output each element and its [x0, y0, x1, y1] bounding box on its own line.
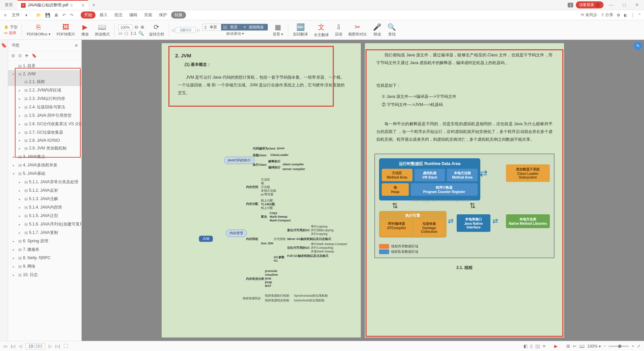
bookmark-item[interactable]: ▤1. 目录 [8, 62, 81, 70]
next-page-icon[interactable]: ▷ [197, 28, 200, 32]
bookmark-item[interactable]: ▸▤5.1.6. JAVA序列化(创建可复用的Java对象) [8, 220, 81, 228]
bookmark-item[interactable]: ▸▤2.3. JVM运行时内存 [8, 94, 81, 103]
bookmark-rail-icon[interactable]: 🔖 [1, 43, 7, 48]
notification-badge[interactable]: 1 [568, 3, 573, 7]
find[interactable]: 🔍查找 [385, 23, 399, 37]
pdf-to-office[interactable]: ⎘PDF转Office ▾ [24, 23, 53, 37]
bookmark-item[interactable]: ▸▤6. Spring 原理 [8, 237, 81, 245]
fit-width-icon[interactable]: ▭ [118, 31, 123, 36]
bookmark-item[interactable]: ▸▤2.4. 垃圾回收与算法 [8, 103, 81, 111]
maximize-icon[interactable]: ◻ [619, 2, 629, 7]
auto-scroll[interactable]: 自动滚动 ▾ [226, 31, 244, 36]
bookmark-item[interactable]: ▸▤9. 网络 [8, 262, 81, 271]
chevron-down-icon[interactable]: ▾ [24, 13, 29, 18]
bookmark-item[interactable]: ▸▤5.1.4. JAVA内部类 [8, 203, 81, 212]
bookmark-item[interactable]: ▸▤7. 微服务 [8, 245, 81, 254]
bookmark-flag-icon[interactable]: 🔖 [32, 53, 37, 58]
redo-icon[interactable]: ↷ [69, 13, 75, 18]
bookmark-item[interactable]: ▾▤5. JAVA基础 [8, 169, 81, 178]
undo-icon[interactable]: ↶ [61, 13, 67, 18]
background[interactable]: ▦背景 ▾ [270, 23, 286, 37]
zoom-level[interactable]: 100% [118, 24, 132, 30]
menu-icon[interactable]: ≡ [3, 13, 8, 18]
zoom-in-icon[interactable]: ⊕ [140, 24, 144, 30]
more-icon[interactable]: ⋮ [630, 13, 635, 18]
double-page[interactable]: ▯▯ 双页 [221, 24, 242, 30]
sb-page-input[interactable]: 19/283 [25, 343, 45, 349]
bookmark-item[interactable]: ▸▤5.1.2. JAVA反射 [8, 186, 81, 195]
collapse-all-icon[interactable]: ⊟ [18, 53, 22, 58]
close-tab-icon[interactable]: ✕ [81, 3, 85, 8]
bookmark-item[interactable]: ▸▤2.7. GC垃圾收集器 [8, 128, 81, 137]
rotate-doc[interactable]: ⟳旋转文档 [146, 23, 167, 37]
menu-file[interactable]: 文件 [9, 12, 23, 18]
menu-edit[interactable]: 编辑 [127, 12, 140, 18]
bookmark-item[interactable]: ▸▤5.1.5. JAVA泛型 [8, 212, 81, 220]
bookmark-item[interactable]: ▸▤8. Netty 与RPC [8, 254, 81, 262]
word-translate[interactable]: 🔤划词翻译 [290, 23, 311, 37]
print-icon[interactable]: 🖶 [53, 13, 60, 18]
float-action-icon[interactable]: ✎ [634, 42, 642, 50]
sb-prev-icon[interactable]: ◁ [19, 344, 22, 349]
select-tool[interactable]: ▭ 选择 [4, 30, 18, 35]
tab-pin-icon[interactable]: ⎘ [70, 3, 73, 8]
sb-fullscreen-icon[interactable]: ⛶ [63, 344, 68, 349]
menu-convert[interactable]: 转换 [171, 11, 186, 19]
sb-zoom-in-icon[interactable]: + [632, 344, 634, 349]
skin-icon[interactable]: ◐ [624, 13, 627, 18]
zoom-slider[interactable] [609, 346, 629, 347]
sb-zoom-out-icon[interactable]: − [603, 344, 606, 349]
close-window-icon[interactable]: ✕ [632, 2, 642, 7]
zoom-out-icon[interactable]: ⊖ [134, 24, 138, 30]
hand-tool[interactable]: ✋ 手型 [4, 25, 18, 30]
menu-insert[interactable]: 插入 [97, 12, 110, 18]
save-icon[interactable]: 💾 [44, 13, 52, 18]
file-tab[interactable]: P JAVA核心知识整理.pdf ⎘ ✕ [18, 0, 88, 10]
bookmark-item[interactable]: ▸▤10. 日志 [8, 271, 81, 279]
sb-panel-icon[interactable]: ▭ [3, 344, 7, 349]
sb-next-icon[interactable]: ▷ [49, 344, 52, 349]
compress[interactable]: ⇩压缩 [332, 23, 345, 37]
read-mode[interactable]: 📖阅读模式 [92, 23, 112, 37]
bookmark-item[interactable]: ▸▤4. JAVA多线程并发 [8, 161, 81, 169]
sb-first-icon[interactable]: |◁ [11, 344, 15, 349]
play-button[interactable]: ▶播放 [79, 23, 91, 37]
open-icon[interactable]: 📁 [35, 13, 43, 18]
bookmark-item[interactable]: ▸▤2.8. JAVA IO/NIO [8, 137, 81, 144]
bookmark-item[interactable]: ▸▤5.1.7. JAVA复制 [8, 228, 81, 237]
close-sidebar-icon[interactable]: ✕ [75, 43, 78, 48]
zoom-area-icon[interactable]: 🔍 [138, 31, 144, 36]
bookmark-item[interactable]: ▸▤5.1.3. JAVA注解 [8, 195, 81, 203]
bookmark-item[interactable]: ▸▤2.6. GC分代收集算法 VS 分区收集算法 [8, 120, 81, 128]
sb-icon-4[interactable]: ≡ [543, 344, 545, 349]
collapse-ribbon-icon[interactable]: ⌃ [638, 13, 641, 18]
screenshot-compare[interactable]: ✂截图和对比 [346, 23, 370, 37]
settings-icon[interactable]: ⚙ [617, 13, 620, 18]
bookmark-item[interactable]: ▸▤3. JAVA集合 [8, 153, 81, 161]
sb-wrap-icon[interactable]: ↩ [573, 344, 576, 349]
sb-expand-icon[interactable]: ⤢ [637, 344, 641, 349]
sb-icon-2[interactable]: ▯ [530, 344, 533, 349]
menu-page[interactable]: 页面 [141, 12, 155, 18]
minimize-icon[interactable]: — [606, 2, 616, 7]
prev-page-icon[interactable]: ◁ [171, 28, 174, 32]
actual-size-icon[interactable]: 1:1 [130, 31, 136, 36]
sb-play-icon[interactable]: ▶ [554, 344, 558, 349]
fit-page-icon[interactable]: ◻ [125, 31, 128, 36]
bookmark-item[interactable]: ▸▤5.1.1. JAVA异常分类及处理 [8, 178, 81, 186]
bookmark-item[interactable]: ▤2.1. 线程 [8, 78, 81, 86]
bookmark-item[interactable]: ▸▤2. JVM [8, 70, 81, 78]
page-input[interactable]: 19/283 [176, 27, 196, 33]
full-translate[interactable]: 文全文翻译 [311, 23, 331, 37]
expand-all-icon[interactable]: ⊞ [11, 53, 15, 58]
bookmark-item[interactable]: ▸▤2.9. JVM 类加载机制 [8, 144, 81, 153]
document-viewport[interactable]: ✎ 2. JVM (1) 基本概念： JVM 是可运行 Java 代码的假想计算… [82, 40, 644, 341]
single-page[interactable]: ▯ 单页 [203, 24, 221, 30]
new-tab-button[interactable]: + [88, 2, 99, 8]
sync-status[interactable]: ⟲ 未同步 [581, 12, 597, 18]
home-tab[interactable]: 首页 [0, 0, 18, 10]
bookmark-item[interactable]: ▸▤2.2. JVM内存区域 [8, 86, 81, 94]
menu-annotate[interactable]: 批注 [112, 12, 125, 18]
sb-zoom[interactable]: 100% ▾ [587, 344, 601, 349]
sb-grid-icon[interactable]: ⊞ [566, 344, 570, 349]
